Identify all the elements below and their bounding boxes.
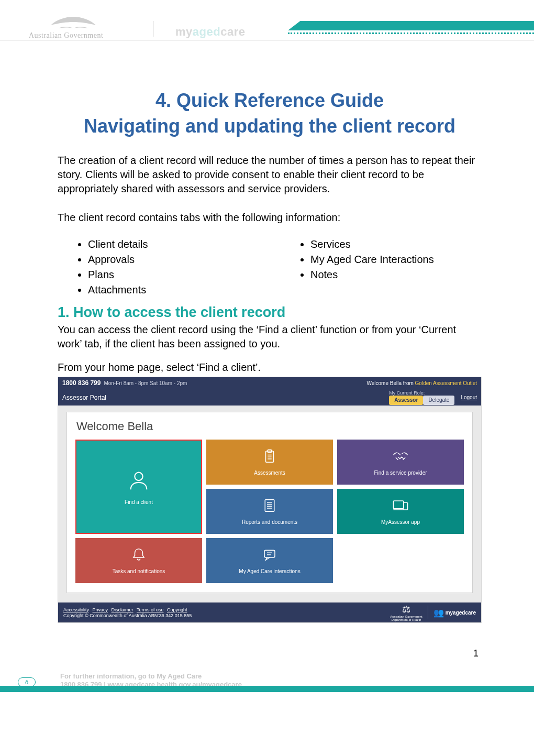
portal-hours: Mon-Fri 8am - 8pm Sat 10am - 2pm — [104, 380, 187, 386]
footer-line — [0, 686, 534, 692]
list-item: My Aged Care Interactions — [310, 254, 482, 266]
tile-interactions[interactable]: My Aged Care interactions — [206, 538, 333, 583]
bullet-list-left: Client details Approvals Plans Attachmen… — [58, 235, 259, 299]
page-body: 4. Quick Reference Guide Navigating and … — [0, 41, 534, 644]
brand-strip: Australian Government myagedcare — [0, 0, 534, 41]
title-line1: 4. Quick Reference Guide — [155, 90, 384, 111]
chat-icon — [262, 547, 277, 565]
welcome-prefix: Welcome Bella from — [367, 380, 414, 386]
doc-footer: 1 ŏ For further information, go to My Ag… — [0, 675, 534, 707]
role-delegate-button[interactable]: Delegate — [423, 396, 454, 405]
tile-find-provider[interactable]: Find a service provider — [337, 440, 464, 485]
footer-mac-logo: 👥 myagedcare — [433, 608, 476, 618]
person-icon — [127, 468, 151, 496]
document-list-icon — [262, 498, 277, 516]
intro-paragraph-1: The creation of a client record will red… — [58, 154, 482, 196]
footer-link[interactable]: Accessibility — [63, 607, 89, 612]
svg-rect-6 — [265, 500, 274, 512]
footer-mac-text: myagedcare — [446, 610, 476, 616]
gov-crest-icon — [50, 15, 97, 31]
logout-link[interactable]: Logout — [461, 395, 477, 400]
brand-suffix: care — [220, 25, 245, 38]
section-1-heading: 1. How to access the client record — [58, 304, 482, 321]
portal-topbar: 1800 836 799 Mon-Fri 8am - 8pm Sat 10am … — [58, 377, 481, 389]
tile-label: Assessments — [254, 470, 285, 476]
clipboard-icon — [262, 448, 277, 467]
tile-tasks[interactable]: Tasks and notifications — [75, 538, 202, 583]
bullet-columns: Client details Approvals Plans Attachmen… — [58, 235, 482, 299]
tile-label: Tasks and notifications — [113, 568, 165, 574]
tile-reports[interactable]: Reports and documents — [206, 489, 333, 534]
list-item: Notes — [310, 269, 482, 281]
svg-point-0 — [135, 473, 142, 480]
crest-line2: Department of Health — [390, 618, 422, 622]
portal-main: Welcome Bella Find a client — [58, 406, 481, 602]
portal-card-welcome: Welcome Bella — [76, 420, 464, 433]
footer-crest-group: ⚖ Australian Government Department of He… — [390, 604, 476, 622]
person-small-icon: 👥 — [433, 608, 444, 618]
tile-assessments[interactable]: Assessments — [206, 440, 333, 485]
brand-prefix: my — [175, 25, 193, 38]
handshake-icon — [392, 448, 409, 467]
list-item: Approvals — [88, 254, 259, 266]
list-item: Client details — [88, 238, 259, 250]
list-item: Services — [310, 238, 482, 250]
footer-link[interactable]: Terms of use — [137, 607, 164, 612]
tile-label: My Aged Care interactions — [239, 568, 300, 574]
ribbon-dots — [288, 32, 534, 36]
footer-link[interactable]: Privacy — [93, 607, 108, 612]
list-item: Plans — [88, 269, 259, 281]
welcome-org: Golden Assessment Outlet — [415, 380, 477, 386]
tile-myassessor[interactable]: MyAssessor app — [337, 489, 464, 534]
assessor-portal-screenshot: 1800 836 799 Mon-Fri 8am - 8pm Sat 10am … — [58, 377, 482, 623]
brand-divider — [153, 21, 153, 37]
list-item: Attachments — [88, 284, 259, 296]
tile-label: Find a service provider — [374, 470, 427, 476]
intro-paragraph-2: The client record contains tabs with the… — [58, 211, 482, 225]
tile-find-client[interactable]: Find a client — [75, 440, 202, 534]
footer-link[interactable]: Disclaimer — [112, 607, 134, 612]
tile-label: Reports and documents — [242, 519, 297, 525]
myagedcare-logo: myagedcare — [175, 25, 245, 39]
portal-welcome: Welcome Bella from Golden Assessment Out… — [367, 380, 477, 386]
ribbon-shape — [288, 21, 534, 30]
portal-tiles: Find a client Assessments — [75, 440, 464, 583]
portal-footer: Accessibility Privacy Disclaimer Terms o… — [58, 602, 481, 622]
svg-rect-14 — [264, 550, 275, 557]
svg-rect-11 — [393, 501, 403, 509]
devices-icon — [392, 498, 409, 516]
tile-label: Find a client — [125, 499, 153, 505]
portal-label: Assessor Portal — [62, 394, 106, 401]
gov-label: Australian Government — [29, 31, 103, 40]
bell-icon — [131, 547, 147, 565]
svg-rect-13 — [404, 503, 408, 510]
page-number: 1 — [473, 648, 479, 659]
brand-mid: aged — [193, 25, 220, 38]
footer-links: Accessibility Privacy Disclaimer Terms o… — [63, 607, 192, 618]
footer-info-line1: For further information, go to My Aged C… — [60, 672, 202, 680]
footer-copyright: Copyright © Commonwealth of Australia AB… — [63, 613, 192, 618]
role-assessor-button[interactable]: Assessor — [389, 396, 423, 405]
portal-rolebar: Assessor Portal My Current Role: Assesso… — [58, 389, 481, 406]
title-line2: Navigating and updating the client recor… — [84, 115, 455, 137]
role-switch: My Current Role: Assessor Delegate Logou… — [389, 390, 477, 405]
bullet-list-right: Services My Aged Care Interactions Notes — [280, 235, 482, 299]
portal-phone: 1800 836 799 — [62, 379, 101, 387]
portal-card: Welcome Bella Find a client — [66, 412, 473, 593]
page-title: 4. Quick Reference Guide Navigating and … — [58, 88, 482, 139]
crest-line1: Australian Government — [390, 615, 422, 619]
footer-link[interactable]: Copyright — [167, 607, 187, 612]
crest-icon: ⚖ — [390, 604, 422, 615]
role-label: My Current Role: — [389, 390, 425, 396]
section-1-step: From your home page, select ‘Find a clie… — [58, 360, 482, 375]
tile-label: MyAssessor app — [381, 519, 420, 525]
section-1-paragraph: You can access the client record using t… — [58, 323, 482, 351]
